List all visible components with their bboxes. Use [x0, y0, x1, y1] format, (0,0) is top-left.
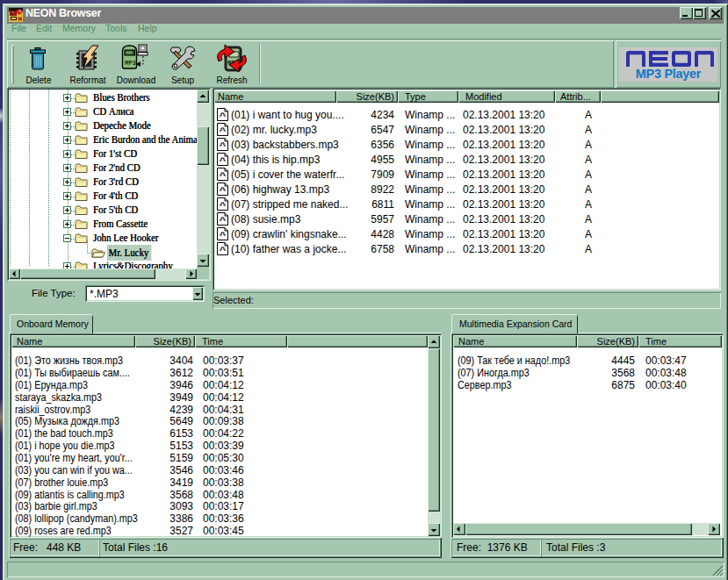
svg-text:MP3: MP3: [125, 60, 136, 67]
